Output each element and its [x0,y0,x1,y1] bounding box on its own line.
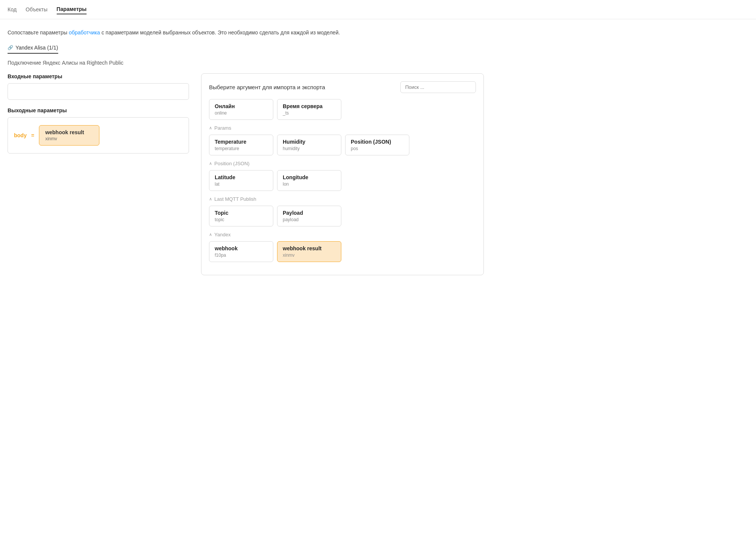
card-temperature[interactable]: Temperature temperature [209,135,273,155]
card-payload[interactable]: Payload payload [277,206,341,226]
yandex-cards-row: webhook f10pa webhook result xinmv [209,241,476,262]
params-chevron-icon: ∧ [209,126,212,130]
position-section-label: Position (JSON) [214,161,249,166]
input-section-title: Входные параметры [8,73,189,79]
main-content: Сопоставьте параметры обработчика с пара… [0,19,491,284]
mqtt-section-header: ∧ Last MQTT Publish [209,196,476,202]
body-label: body [14,132,26,138]
card-humidity-key: humidity [283,146,336,151]
card-payload-name: Payload [283,210,336,216]
yandex-chevron-icon: ∧ [209,232,212,237]
card-temperature-key: temperature [215,146,268,151]
card-webhook-name: webhook [215,245,268,251]
yandex-section-header: ∧ Yandex [209,232,476,237]
position-chevron-icon: ∧ [209,161,212,166]
equals-sign: = [31,132,34,138]
tab-label: Yandex Alisa (1/1) [15,45,58,51]
card-online-name: Онлайн [215,103,268,109]
input-params-field[interactable] [8,83,189,100]
card-topic-name: Topic [215,210,268,216]
webhook-result-card-sub: xinmv [45,136,93,141]
panel-header: Выберите аргумент для импорта и экспорта [209,81,476,93]
mqtt-section-label: Last MQTT Publish [214,196,256,202]
card-latitude-key: lat [215,181,268,187]
description-prefix: Сопоставьте параметры [8,29,69,36]
params-section-label: Params [214,125,231,131]
yandex-section-label: Yandex [214,232,231,237]
card-webhook-key: f10pa [215,253,268,258]
card-online[interactable]: Онлайн online [209,99,273,120]
params-cards-row: Temperature temperature Humidity humidit… [209,135,476,155]
card-server-time[interactable]: Время сервера _ts [277,99,341,120]
mqtt-cards-row: Topic topic Payload payload [209,206,476,226]
link-icon: 🔗 [8,45,13,50]
search-input[interactable] [400,81,476,93]
two-col-layout: Входные параметры Выходные параметры bod… [8,73,484,275]
card-humidity-name: Humidity [283,139,336,145]
card-webhook[interactable]: webhook f10pa [209,241,273,262]
card-longitude[interactable]: Longitude lon [277,170,341,191]
card-longitude-name: Longitude [283,174,336,180]
card-online-key: online [215,110,268,116]
webhook-result-card[interactable]: webhook result xinmv [39,125,99,146]
mqtt-chevron-icon: ∧ [209,197,212,202]
card-server-time-key: _ts [283,110,336,116]
card-temperature-name: Temperature [215,139,268,145]
top-nav: Код Объекты Параметры [0,0,756,19]
card-position-json-key: pos [351,146,404,151]
card-webhook-result-name: webhook result [283,245,336,251]
left-col: Входные параметры Выходные параметры bod… [8,73,189,154]
card-latitude[interactable]: Latitude lat [209,170,273,191]
card-longitude-key: lon [283,181,336,187]
card-payload-key: payload [283,217,336,222]
position-section-header: ∧ Position (JSON) [209,161,476,166]
yandex-alisa-tab[interactable]: 🔗 Yandex Alisa (1/1) [8,45,58,54]
tab-area: 🔗 Yandex Alisa (1/1) [8,44,484,54]
output-section-box: body = webhook result xinmv [8,117,189,154]
handler-link[interactable]: обработчика [69,29,100,36]
output-section-title: Выходные параметры [8,107,189,113]
connection-desc: Подключение Яндекс Алисы на Rightech Pub… [8,60,484,66]
nav-item-code[interactable]: Код [8,5,17,14]
panel-title: Выберите аргумент для импорта и экспорта [209,84,325,90]
description-suffix: с параметрами моделей выбранных объектов… [100,29,340,36]
card-position-json-name: Position (JSON) [351,139,404,145]
params-section-header: ∧ Params [209,125,476,131]
right-col: Выберите аргумент для импорта и экспорта… [201,73,484,275]
card-server-time-name: Время сервера [283,103,336,109]
position-cards-row: Latitude lat Longitude lon [209,170,476,191]
card-topic-key: topic [215,217,268,222]
nav-item-params[interactable]: Параметры [57,5,87,14]
card-humidity[interactable]: Humidity humidity [277,135,341,155]
right-panel: Выберите аргумент для импорта и экспорта… [201,73,484,275]
card-latitude-name: Latitude [215,174,268,180]
card-topic[interactable]: Topic topic [209,206,273,226]
card-webhook-result[interactable]: webhook result xinmv [277,241,341,262]
card-position-json[interactable]: Position (JSON) pos [345,135,409,155]
nav-item-objects[interactable]: Объекты [26,5,48,14]
webhook-result-card-title: webhook result [45,129,93,135]
description-text: Сопоставьте параметры обработчика с пара… [8,28,484,37]
base-cards-row: Онлайн online Время сервера _ts [209,99,476,120]
card-webhook-result-key: xinmv [283,253,336,258]
